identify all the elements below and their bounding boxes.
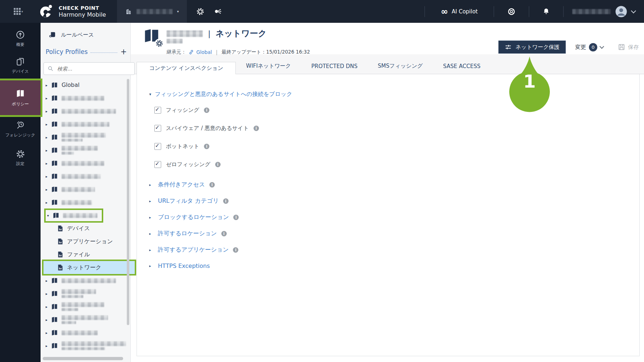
book-icon [51,94,58,102]
add-profile-button[interactable]: + [120,49,127,55]
caret-right-icon[interactable]: ▸ [46,109,51,113]
tree-item-Global[interactable]: ▸ Global [41,79,130,92]
info-icon[interactable]: i [204,108,209,113]
caret-right-icon[interactable]: ▸ [46,344,51,348]
caret-right-icon[interactable]: ▸ [46,122,51,126]
save-label: 保存 [628,44,639,51]
tree-item-ネットワーク[interactable]: ネットワーク [43,261,135,274]
caret-right-icon[interactable]: ▸ [46,292,51,296]
caret-right-icon[interactable]: ▸ [46,83,51,87]
collapsed-section-row[interactable]: ▸HTTPS Exceptions [149,262,639,269]
section-block-phishing[interactable]: ▾ フィッシングと悪意のあるサイトへの接続をブロック [149,90,639,98]
collapsed-section-row[interactable]: ▸ブロックするロケーションi [149,214,639,221]
caret-down-icon[interactable]: ▾ [47,214,52,218]
tree-item-redacted[interactable]: ▸ [41,144,130,157]
collapsed-section-row[interactable]: ▸URLフィルタ カテゴリi [149,197,639,205]
tree-item-redacted[interactable]: ▸ [41,274,130,287]
info-icon[interactable]: i [223,198,229,204]
caret-right-icon[interactable]: ▸ [46,318,51,322]
tree-item-redacted[interactable]: ▸ [41,326,130,339]
ai-copilot-button[interactable]: ∞ AI Copilot [425,8,494,15]
tab-sms-phishing[interactable]: SMSフィッシング [368,63,433,74]
tree-item-redacted[interactable]: ▸ [41,196,130,209]
caret-right-icon[interactable]: ▸ [46,279,51,283]
search-input[interactable] [57,66,120,72]
caret-right-icon[interactable]: ▸ [46,96,51,100]
notifications-button[interactable] [529,7,563,16]
tree-item-redacted[interactable]: ▸ [41,300,130,313]
checkbox[interactable]: ✓ [154,107,161,114]
nav-item-forensics[interactable]: フォレンジック [0,118,41,140]
tree-item-アプリケーション[interactable]: アプリケーション [41,235,130,248]
inherit-link[interactable]: Global [196,49,212,55]
app-launcher-button[interactable]: ▾ [14,7,25,16]
book-icon [51,108,58,115]
nav-item-devices[interactable]: デバイス [0,55,41,76]
info-icon[interactable]: i [221,231,227,236]
nav-item-overview[interactable]: 概要 [0,28,41,49]
tree-item-redacted[interactable]: ▸ [41,313,130,326]
tab-content-inspection[interactable]: コンテンツ インスペクション [137,62,236,74]
tree-item-redacted[interactable]: ▸ [41,131,130,144]
changes-dropdown[interactable]: 変更 0 [575,43,603,51]
info-icon[interactable]: i [233,215,239,220]
section-link[interactable]: URLフィルタ カテゴリ [158,197,219,205]
tree-item-デバイス[interactable]: デバイス [41,222,130,235]
nav-item-settings[interactable]: 設定 [0,147,41,168]
info-icon[interactable]: i [233,247,238,253]
section-link[interactable]: 条件付きアクセス [158,181,205,189]
tab-wifi-network[interactable]: WIFIネットワーク [236,63,301,74]
section-link[interactable]: 許可するロケーション [158,230,217,237]
rulebase-link[interactable]: ルールベース [49,31,94,39]
info-icon[interactable]: i [254,126,259,131]
caret-right-icon[interactable]: ▸ [46,135,51,139]
caret-right-icon[interactable]: ▸ [46,305,51,309]
building-icon [125,8,132,15]
tree-item-redacted[interactable]: ▸ [41,157,130,170]
profile-search[interactable] [43,62,135,75]
caret-right-icon[interactable]: ▸ [46,188,51,191]
tree-item-redacted[interactable]: ▸ [41,105,130,118]
tree-item-redacted[interactable]: ▸ [41,287,130,300]
book-icon [51,121,58,128]
network-protection-button[interactable]: ネットワーク保護 [498,41,566,54]
save-button[interactable]: 保存 [618,43,639,51]
collapsed-section-row[interactable]: ▸許可するロケーションi [149,230,639,237]
info-icon[interactable]: i [209,182,215,188]
vertical-scrollbar[interactable] [127,79,129,325]
caret-right-icon[interactable]: ▸ [46,161,51,165]
tab-sase-access[interactable]: SASE ACCESS [433,63,490,74]
global-settings-button[interactable] [196,8,204,16]
policy-profiles-title[interactable]: Policy Profiles [46,48,88,55]
book-icon [51,81,58,89]
data-leak-button[interactable] [214,7,222,16]
collapsed-section-row[interactable]: ▸条件付きアクセスi [149,181,639,189]
checkbox[interactable]: ✓ [154,143,161,150]
tree-item-redacted[interactable]: ▸ [41,170,130,183]
tree-item-ファイル[interactable]: ファイル [41,248,130,261]
collapsed-section-row[interactable]: ▸許可するアプリケーションi [149,246,639,254]
checkbox[interactable]: ✓ [154,161,161,168]
checkbox[interactable]: ✓ [154,125,161,132]
tree-item-redacted[interactable]: ▸ [41,183,130,196]
caret-right-icon[interactable]: ▸ [46,174,51,178]
tree-item-redacted[interactable]: ▸ [41,339,130,352]
tree-item-redacted[interactable]: ▸ [41,118,130,131]
tree-item-redacted[interactable]: ▾ [41,209,130,222]
tree-item-redacted[interactable]: ▸ [41,92,130,105]
help-button[interactable] [494,7,529,16]
caret-right-icon[interactable]: ▸ [46,148,51,152]
horizontal-scrollbar[interactable] [43,357,123,360]
section-link[interactable]: 許可するアプリケーション [158,246,229,254]
section-link[interactable]: ブロックするロケーション [158,214,229,221]
info-icon[interactable]: i [215,162,221,167]
checkbox-row: ✓ゼロフィッシングi [154,161,639,168]
nav-item-policy[interactable]: ポリシー [0,80,41,115]
section-link[interactable]: HTTPS Exceptions [158,262,210,269]
info-icon[interactable]: i [204,144,209,149]
caret-right-icon[interactable]: ▸ [46,331,51,335]
caret-right-icon[interactable]: ▸ [46,201,51,205]
tab-protected-dns[interactable]: PROTECTED DNS [301,63,368,74]
user-menu[interactable] [564,5,644,18]
tenant-selector[interactable]: ▾ [117,0,187,23]
